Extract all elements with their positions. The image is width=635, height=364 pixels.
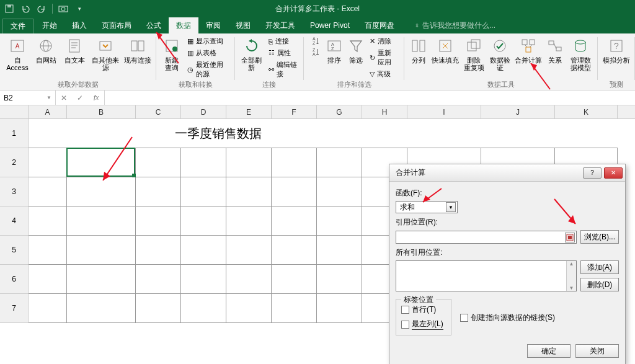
row-header[interactable]: 1 xyxy=(0,119,29,148)
cell[interactable] xyxy=(67,265,136,294)
tab-formulas[interactable]: 公式 xyxy=(139,17,169,33)
row-header[interactable]: 2 xyxy=(0,148,29,177)
left-col-checkbox[interactable]: 最左列(L) xyxy=(401,319,446,330)
cell[interactable] xyxy=(317,177,362,206)
range-picker-icon[interactable] xyxy=(565,233,575,242)
qat-customize-icon[interactable]: ▾ xyxy=(74,3,85,14)
delete-button[interactable]: 删除(D) xyxy=(580,278,619,291)
cell[interactable] xyxy=(136,177,181,206)
whatif-button[interactable]: ?模拟分析 xyxy=(602,36,631,64)
browse-button[interactable]: 浏览(B)... xyxy=(580,230,619,244)
cell[interactable] xyxy=(29,236,67,265)
redo-icon[interactable] xyxy=(36,3,47,14)
cell[interactable] xyxy=(272,236,317,265)
enter-button[interactable]: ✓ xyxy=(72,94,88,102)
cell[interactable] xyxy=(407,119,481,148)
cell[interactable] xyxy=(272,148,317,177)
tab-review[interactable]: 审阅 xyxy=(198,17,228,33)
cell[interactable] xyxy=(29,265,67,294)
text-to-columns-button[interactable]: 分列 xyxy=(408,36,429,64)
cell[interactable] xyxy=(226,177,272,206)
cell[interactable] xyxy=(29,148,67,177)
select-all-corner[interactable] xyxy=(0,105,29,118)
cell[interactable] xyxy=(226,236,272,265)
relationships-button[interactable]: 关系 xyxy=(544,36,566,64)
data-validation-button[interactable]: 数据验 证 xyxy=(487,36,512,71)
flash-fill-button[interactable]: 快速填充 xyxy=(430,36,460,64)
clear-filter-button[interactable]: ✕清除 xyxy=(367,36,401,47)
tab-layout[interactable]: 页面布局 xyxy=(94,17,139,33)
from-text-button[interactable]: 自文本 xyxy=(61,36,88,64)
cell[interactable] xyxy=(67,236,136,265)
cell[interactable] xyxy=(181,294,226,323)
cell[interactable] xyxy=(67,294,136,323)
cell[interactable] xyxy=(226,206,272,236)
name-box[interactable]: B2 ▼ xyxy=(0,91,56,105)
cell[interactable] xyxy=(67,177,136,206)
cell[interactable] xyxy=(317,148,362,177)
sort-button[interactable]: AZ排序 xyxy=(324,36,344,64)
recent-sources-button[interactable]: ◷最近使用的源 xyxy=(185,60,231,79)
ok-button[interactable]: 确定 xyxy=(527,344,571,358)
tab-file[interactable]: 文件 xyxy=(2,19,33,33)
show-query-button[interactable]: ▦显示查询 xyxy=(185,36,231,47)
connections-button[interactable]: ⎘连接 xyxy=(266,36,300,47)
col-header-D[interactable]: D xyxy=(181,105,226,119)
tab-view[interactable]: 视图 xyxy=(228,17,258,33)
add-button[interactable]: 添加(A) xyxy=(580,260,619,274)
col-header-A[interactable]: A xyxy=(29,105,67,119)
tab-data[interactable]: 数据 xyxy=(169,17,198,33)
help-button[interactable]: ? xyxy=(583,167,602,179)
camera-icon[interactable] xyxy=(58,3,69,14)
cell[interactable] xyxy=(67,148,136,177)
col-header-G[interactable]: G xyxy=(317,105,362,119)
cancel-entry-button[interactable]: ✕ xyxy=(56,94,72,102)
tab-home[interactable]: 开始 xyxy=(35,17,64,33)
create-links-checkbox[interactable]: 创建指向源数据的链接(S) xyxy=(460,313,555,323)
insert-function-button[interactable]: fx xyxy=(88,94,104,102)
reference-input[interactable] xyxy=(396,231,577,244)
cell[interactable] xyxy=(226,265,272,294)
col-header-J[interactable]: J xyxy=(481,105,555,119)
tab-powerpivot[interactable]: Power Pivot xyxy=(303,17,357,33)
save-icon[interactable] xyxy=(4,3,15,14)
from-table-button[interactable]: ▥从表格 xyxy=(185,48,231,58)
row-header[interactable]: 7 xyxy=(0,294,29,323)
row-header[interactable]: 5 xyxy=(0,236,29,265)
cell[interactable] xyxy=(136,265,181,294)
existing-conn-button[interactable]: 现有连接 xyxy=(123,36,153,64)
cell[interactable] xyxy=(272,206,317,236)
cell[interactable] xyxy=(181,148,226,177)
cell[interactable] xyxy=(272,177,317,206)
col-header-K[interactable]: K xyxy=(555,105,618,119)
col-header-H[interactable]: H xyxy=(362,105,407,119)
tab-baidu[interactable]: 百度网盘 xyxy=(357,17,402,33)
row-header[interactable]: 3 xyxy=(0,177,29,206)
top-row-checkbox[interactable]: 首行(T) xyxy=(401,304,446,315)
filter-button[interactable]: 筛选 xyxy=(345,36,366,64)
reapply-button[interactable]: ↻重新应用 xyxy=(367,48,401,68)
remove-dup-button[interactable]: 删除 重复项 xyxy=(461,36,486,71)
from-other-button[interactable]: 自其他来源 xyxy=(89,36,122,71)
dialog-titlebar[interactable]: 合并计算 ? ✕ xyxy=(389,164,625,182)
cell[interactable] xyxy=(481,119,555,148)
cell[interactable] xyxy=(317,236,362,265)
cell[interactable] xyxy=(29,206,67,236)
tab-insert[interactable]: 插入 xyxy=(64,17,94,33)
list-scrollbar[interactable]: ▲▼ xyxy=(566,261,576,291)
cell[interactable] xyxy=(67,206,136,236)
row-header[interactable]: 6 xyxy=(0,265,29,294)
advanced-filter-button[interactable]: ▽高级 xyxy=(367,69,401,79)
cell[interactable] xyxy=(136,236,181,265)
cell[interactable] xyxy=(226,294,272,323)
cell[interactable] xyxy=(181,236,226,265)
consolidate-button[interactable]: 合并计算 xyxy=(513,36,543,64)
refresh-all-button[interactable]: 全部刷新 xyxy=(239,36,265,71)
sort-asc-button[interactable]: AZ xyxy=(308,36,322,46)
cell[interactable] xyxy=(181,177,226,206)
new-query-button[interactable]: 新建 查询 xyxy=(160,36,184,71)
col-header-F[interactable]: F xyxy=(272,105,317,119)
col-header-B[interactable]: B xyxy=(67,105,136,119)
cell[interactable] xyxy=(555,119,618,148)
cell[interactable] xyxy=(181,265,226,294)
